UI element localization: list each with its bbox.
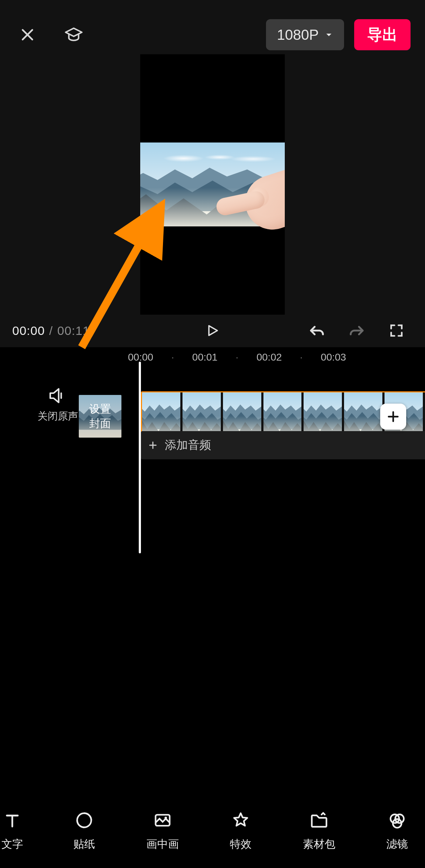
tool-text[interactable]: 文字	[4, 810, 30, 852]
ruler-mark: 00:00	[128, 352, 153, 363]
tutorial-button[interactable]	[61, 22, 87, 48]
ruler-mark: 00:03	[321, 352, 346, 363]
tool-pip[interactable]: 画中画	[139, 810, 186, 852]
fullscreen-icon	[388, 323, 404, 339]
app-root: 1080P 导出 00:00 / 00:11	[0, 0, 425, 868]
top-bar-left	[14, 22, 87, 48]
ruler-dot: ·	[236, 352, 239, 363]
total-duration: 00:11	[57, 324, 90, 338]
plus-icon	[386, 410, 400, 424]
ruler-marks: 00:00 · 00:01 · 00:02 · 00:03	[128, 352, 346, 363]
close-button[interactable]	[14, 22, 40, 48]
cover-line2: 封面	[89, 416, 111, 431]
pointing-hand-overlay	[216, 170, 285, 231]
cover-line1: 设置	[89, 402, 111, 416]
time-display: 00:00 / 00:11	[12, 324, 90, 338]
tool-label: 贴纸	[73, 837, 95, 852]
chevron-down-icon	[325, 30, 333, 39]
tool-sticker[interactable]: 贴纸	[61, 810, 108, 852]
effects-icon	[231, 810, 251, 830]
playhead[interactable]	[139, 362, 141, 553]
tool-assets[interactable]: 素材包	[296, 810, 343, 852]
filter-icon	[387, 810, 407, 830]
pip-icon	[153, 810, 173, 830]
ruler-dot: ·	[171, 352, 174, 363]
plus-icon	[147, 440, 158, 451]
bottom-toolbar: 文字 贴纸 画中画 特效 素材包	[0, 804, 425, 858]
close-icon	[19, 26, 36, 43]
video-preview[interactable]	[140, 54, 285, 315]
set-cover-button[interactable]: 设置 封面	[79, 395, 121, 438]
controls-right	[301, 318, 413, 343]
playback-controls: 00:00 / 00:11	[0, 316, 425, 345]
cover-text: 设置 封面	[79, 395, 121, 438]
ruler-dot: ·	[300, 352, 303, 363]
tool-label: 滤镜	[386, 837, 408, 852]
ruler-mark: 00:02	[257, 352, 282, 363]
redo-button[interactable]	[340, 318, 373, 343]
redo-icon	[348, 322, 366, 340]
play-icon	[205, 322, 220, 339]
assets-icon	[309, 810, 329, 830]
resolution-selector[interactable]: 1080P	[266, 19, 344, 50]
add-audio-label: 添加音频	[165, 437, 211, 453]
resolution-label: 1080P	[277, 27, 319, 43]
speaker-icon	[48, 387, 68, 404]
tool-effects[interactable]: 特效	[217, 810, 264, 852]
undo-button[interactable]	[301, 318, 333, 343]
time-ruler[interactable]: 00:00 · 00:01 · 00:02 · 00:03	[0, 347, 425, 367]
export-label: 导出	[367, 25, 398, 45]
graduation-cap-icon	[64, 25, 83, 44]
current-time: 00:00	[12, 324, 45, 338]
add-audio-track[interactable]: 添加音频	[141, 431, 425, 459]
mute-label: 关闭原声	[38, 409, 78, 423]
top-bar-right: 1080P 导出	[266, 19, 411, 50]
mute-original-audio[interactable]: 关闭原声	[33, 387, 83, 423]
svg-point-3	[164, 817, 167, 819]
add-clip-button[interactable]	[380, 404, 406, 430]
tool-filter[interactable]: 滤镜	[374, 810, 421, 852]
timeline[interactable]: 00:00 · 00:01 · 00:02 · 00:03 关闭原声	[0, 347, 425, 868]
tool-label: 特效	[230, 837, 252, 852]
top-bar: 1080P 导出	[0, 17, 425, 52]
undo-icon	[308, 322, 326, 340]
play-button[interactable]	[196, 318, 229, 343]
tool-label: 文字	[1, 837, 23, 852]
export-button[interactable]: 导出	[354, 19, 411, 50]
time-separator: /	[49, 324, 53, 338]
fullscreen-button[interactable]	[380, 318, 413, 343]
tool-label: 画中画	[146, 837, 179, 852]
tool-label: 素材包	[303, 837, 335, 852]
text-icon	[2, 810, 22, 830]
ruler-mark: 00:01	[192, 352, 218, 363]
sticker-icon	[74, 810, 94, 830]
